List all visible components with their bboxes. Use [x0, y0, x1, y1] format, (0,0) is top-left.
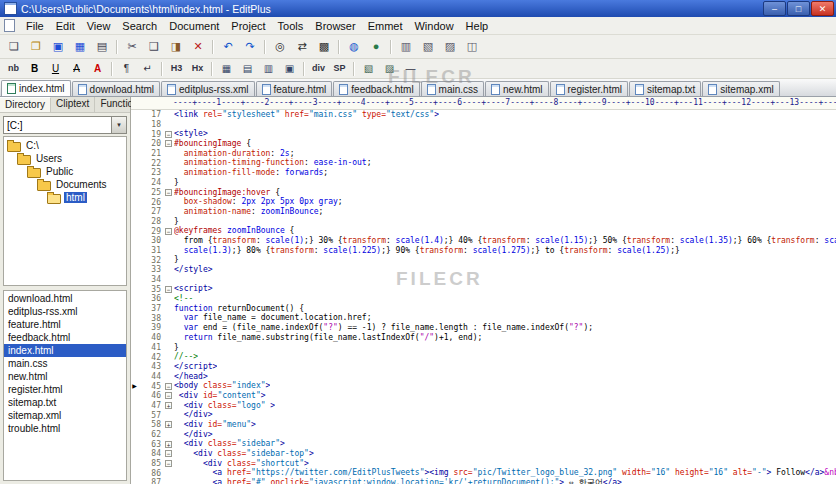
fold-column[interactable]: − — [163, 189, 174, 196]
tree-item-Users[interactable]: Users — [4, 152, 126, 165]
code-text[interactable]: scale(1.3);} 80% {transform: scale(1.225… — [174, 246, 680, 256]
tree-item-C:[interactable]: C:\ — [4, 139, 126, 152]
code-line-63[interactable]: 63+ <div class="sidebar"> — [131, 439, 836, 449]
menu-item-search[interactable]: Search — [116, 19, 163, 33]
table-cell-button[interactable]: ▣ — [279, 60, 300, 77]
code-text[interactable]: //--> — [174, 352, 198, 362]
code-text[interactable]: <div class="logo" > — [174, 401, 275, 411]
code-line-44[interactable]: 44</head> — [131, 372, 836, 382]
directory-window-button[interactable]: ▧ — [417, 37, 439, 57]
code-line-42[interactable]: 42//--> — [131, 352, 836, 362]
code-line-17[interactable]: 17<link rel="stylesheet" href="main.css"… — [131, 110, 836, 120]
fold-column[interactable]: + — [163, 402, 174, 409]
tab-register.html[interactable]: register.html — [550, 81, 628, 96]
table-column-button[interactable]: ▥ — [258, 60, 279, 77]
code-line-19[interactable]: 19−<style> — [131, 129, 836, 139]
fold-toggle-icon[interactable]: − — [165, 450, 172, 457]
code-text[interactable]: var file_name = document.location.href; — [174, 313, 371, 323]
code-line-39[interactable]: 39 var end = (file_name.indexOf("?") == … — [131, 323, 836, 333]
fold-column[interactable]: − — [163, 286, 174, 293]
code-line-18[interactable]: 18 — [131, 120, 836, 130]
file-item-feedback.html[interactable]: feedback.html — [4, 331, 126, 344]
bold-button[interactable]: B — [24, 60, 45, 77]
drive-select[interactable]: [C:] ▼ — [3, 116, 127, 134]
code-text[interactable]: <!-- — [174, 294, 193, 304]
save-button[interactable]: ▣ — [47, 37, 69, 57]
tab-index.html[interactable]: index.html — [1, 80, 71, 96]
code-line-57[interactable]: 57 </div> — [131, 410, 836, 420]
maximize-button[interactable]: □ — [787, 1, 810, 16]
code-text[interactable]: animation-name: zoomInBounce; — [174, 207, 323, 217]
insert-table-button[interactable]: ▦ — [216, 60, 237, 77]
fold-column[interactable]: + — [163, 441, 174, 448]
strikethrough-button[interactable]: A — [66, 60, 87, 77]
undo-button[interactable]: ↶ — [217, 37, 239, 57]
code-line-36[interactable]: 36<!-- — [131, 294, 836, 304]
document-list-button[interactable]: ▨ — [439, 37, 461, 57]
code-text[interactable]: </div> — [174, 430, 213, 440]
cut-button[interactable]: ✂ — [121, 37, 143, 57]
tab-sitemap.xml[interactable]: sitemap.xml — [702, 81, 779, 96]
code-line-37[interactable]: 37function returnDocument() { — [131, 304, 836, 314]
code-text[interactable]: <style> — [174, 129, 208, 139]
code-text[interactable]: animation-fill-mode: forwards; — [174, 168, 328, 178]
insert-anchor-button[interactable]: ▨ — [379, 60, 400, 77]
code-text[interactable]: } — [174, 255, 179, 265]
nbsp-button[interactable]: nb — [3, 60, 24, 77]
menu-item-project[interactable]: Project — [225, 19, 271, 33]
heading-x-button[interactable]: Hx — [187, 60, 208, 77]
file-item-main.css[interactable]: main.css — [4, 357, 126, 370]
fullscreen-button[interactable]: ◫ — [461, 37, 483, 57]
table-row-button[interactable]: ▤ — [237, 60, 258, 77]
code-line-45[interactable]: ▶45−<body class="index"> — [131, 381, 836, 391]
tab-feedback.html[interactable]: feedback.html — [333, 81, 419, 96]
fold-toggle-icon[interactable]: − — [165, 140, 172, 147]
code-text[interactable]: #bouncingImage { — [174, 139, 251, 149]
code-text[interactable]: <link rel="stylesheet" href="main.css" t… — [174, 110, 439, 120]
fold-toggle-icon[interactable]: + — [165, 402, 172, 409]
code-line-58[interactable]: 58+ <div id="menu"> — [131, 420, 836, 430]
fold-column[interactable]: − — [163, 131, 174, 138]
underline-button[interactable]: U — [45, 60, 66, 77]
code-text[interactable]: <a href="#" onclick="javascript:window.l… — [174, 478, 622, 484]
panel-tab-cliptext[interactable]: Cliptext — [51, 97, 95, 112]
code-line-41[interactable]: 41} — [131, 343, 836, 353]
fold-toggle-icon[interactable]: + — [165, 441, 172, 448]
print-button[interactable]: ▤ — [91, 37, 113, 57]
menu-item-browser[interactable]: Browser — [309, 19, 361, 33]
code-line-31[interactable]: 31 scale(1.3);} 80% {transform: scale(1.… — [131, 246, 836, 256]
menu-item-tools[interactable]: Tools — [272, 19, 310, 33]
code-text[interactable]: @keyframes zoomInBounce { — [174, 226, 294, 236]
code-line-22[interactable]: 22 animation-timing-function: ease-in-ou… — [131, 158, 836, 168]
code-line-46[interactable]: 46− <div id="content"> — [131, 391, 836, 401]
chevron-down-icon[interactable]: ▼ — [111, 117, 126, 133]
tab-feature.html[interactable]: feature.html — [256, 81, 333, 96]
code-text[interactable]: <div class="shortcut"> — [174, 459, 309, 469]
find-button[interactable]: ◎ — [269, 37, 291, 57]
fold-toggle-icon[interactable]: − — [165, 228, 172, 235]
fold-toggle-icon[interactable]: − — [165, 392, 172, 399]
save-all-button[interactable]: ▦ — [69, 37, 91, 57]
file-item-new.html[interactable]: new.html — [4, 370, 126, 383]
copy-button[interactable]: ❑ — [143, 37, 165, 57]
code-line-47[interactable]: 47+ <div class="logo" > — [131, 401, 836, 411]
file-item-download.html[interactable]: download.html — [4, 292, 126, 305]
paragraph-button[interactable]: ¶ — [116, 60, 137, 77]
redo-button[interactable]: ↷ — [239, 37, 261, 57]
code-line-20[interactable]: 20−#bouncingImage { — [131, 139, 836, 149]
fold-column[interactable]: − — [163, 383, 174, 390]
code-line-86[interactable]: 86 <a href="https://twitter.com/EditPlus… — [131, 468, 836, 478]
code-text[interactable]: function returnDocument() { — [174, 304, 304, 314]
code-text[interactable]: <script> — [174, 284, 213, 294]
code-text[interactable]: <a href="https://twitter.com/EditPlusTwe… — [174, 468, 836, 478]
fold-toggle-icon[interactable]: − — [165, 383, 172, 390]
code-line-25[interactable]: 25−#bouncingImage:hover { — [131, 188, 836, 198]
font-color-button[interactable]: A — [87, 60, 108, 77]
fold-column[interactable]: − — [163, 140, 174, 147]
panel-tab-directory[interactable]: Directory — [0, 97, 51, 112]
replace-button[interactable]: ⇄ — [291, 37, 313, 57]
file-item-trouble.html[interactable]: trouble.html — [4, 422, 126, 435]
code-line-27[interactable]: 27 animation-name: zoomInBounce; — [131, 207, 836, 217]
menu-item-file[interactable]: File — [20, 19, 50, 33]
new-document-button[interactable]: ❏ — [3, 37, 25, 57]
